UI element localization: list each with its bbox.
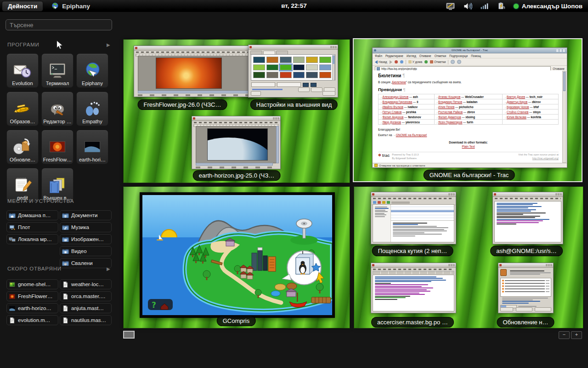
app-tile[interactable]: gedit: [6, 168, 39, 202]
menu-item[interactable]: Помощ: [471, 54, 481, 58]
reload-icon[interactable]: [400, 60, 403, 63]
wallpaper-thumb[interactable]: [280, 72, 292, 78]
app-tile[interactable]: Външен в…: [41, 168, 74, 202]
workspace-2-active[interactable]: GNOME на български! - Trac ФайлРедактира…: [353, 38, 582, 182]
translator-link[interactable]: Филип Андонов: [383, 115, 404, 119]
wallpaper-thumb[interactable]: [253, 72, 265, 78]
place-item[interactable]: Музика: [60, 222, 112, 232]
programs-expand-icon[interactable]: ▶: [107, 42, 110, 47]
translator-link[interactable]: Илия Пенев: [438, 105, 454, 109]
app-tile[interactable]: Образов…: [6, 92, 39, 126]
forward-button[interactable]: [390, 60, 392, 64]
gnome-bg-link[interactable]: GNOME на български!: [396, 133, 427, 137]
translator-link[interactable]: Красимир Чонов: [507, 105, 529, 109]
recent-item[interactable]: evolution.m…: [6, 315, 58, 325]
wallpaper-thumb[interactable]: [280, 64, 292, 71]
recent-expand-icon[interactable]: ▶: [107, 266, 110, 271]
home-button[interactable]: У дома: [408, 60, 422, 63]
translator-link[interactable]: Атанас Кошаров: [438, 95, 460, 98]
menu-item[interactable]: Изглед: [407, 54, 416, 58]
recent-item[interactable]: gnome-shel…: [6, 279, 58, 289]
go-button[interactable]: Отиване: [553, 67, 565, 70]
translator-link[interactable]: Филип Димитров: [438, 115, 461, 119]
translator-link[interactable]: Петър Славов: [383, 110, 402, 114]
recent-item[interactable]: anjuta.mast…: [60, 303, 112, 313]
wallpaper-thumb[interactable]: [293, 64, 305, 71]
wallpaper-thumb[interactable]: [306, 64, 318, 71]
zoom-in-button[interactable]: +: [571, 331, 582, 339]
bookmarks-button[interactable]: Отметки: [430, 60, 446, 63]
volume-icon[interactable]: [463, 1, 472, 11]
workspace-add-indicator[interactable]: [123, 331, 135, 339]
place-item[interactable]: Домашна п…: [6, 210, 58, 220]
menu-item[interactable]: Отметки: [435, 54, 446, 58]
wallpaper-thumb[interactable]: [266, 57, 278, 63]
network-signal-icon[interactable]: [480, 1, 489, 11]
recent-item[interactable]: FreshFlower…: [6, 291, 58, 301]
translator-link[interactable]: Ясен Праматаров: [438, 121, 462, 124]
battery-icon[interactable]: [497, 1, 506, 11]
window-gimp-earth[interactable]: [192, 116, 281, 169]
app-tile[interactable]: Обновле…: [6, 130, 39, 164]
app-tile[interactable]: earth-hori…: [76, 130, 108, 164]
recent-item[interactable]: orca.master.…: [60, 291, 112, 301]
place-item[interactable]: Свалени: [60, 258, 112, 268]
translator-link[interactable]: Димитър Киров: [507, 100, 527, 104]
app-tile[interactable]: Редактор …: [41, 92, 74, 126]
app-tile[interactable]: FreshFlow…: [41, 130, 74, 164]
translator-link[interactable]: Владимир Петков: [438, 100, 462, 104]
byuletini-link[interactable]: Бюлетини: [392, 80, 406, 84]
display-settings-icon[interactable]: [446, 1, 455, 11]
app-tile[interactable]: Evolution: [6, 53, 39, 88]
user-menu[interactable]: Александър Шопов: [514, 3, 582, 10]
translator-link[interactable]: Ростислав Райков: [438, 110, 463, 114]
recent-item[interactable]: earth-horizo…: [6, 303, 58, 313]
recent-item[interactable]: nautilus.mas…: [60, 315, 112, 325]
window-appearance[interactable]: [248, 45, 338, 98]
wallpaper-thumb[interactable]: [293, 57, 305, 63]
wallpaper-thumb[interactable]: [319, 57, 331, 63]
translator-link[interactable]: Юлия Велкова: [507, 115, 526, 119]
wallpaper-thumb[interactable]: [306, 57, 318, 63]
app-tile[interactable]: Терминал: [41, 53, 74, 88]
zoom-out-icon[interactable]: [457, 60, 461, 64]
workspace-3[interactable]: ? GCompris: [123, 186, 350, 328]
place-item[interactable]: Локална мр…: [6, 234, 58, 244]
translator-link[interactable]: Владимира Гиргинова: [383, 100, 413, 104]
zoom-in-icon[interactable]: [451, 60, 455, 64]
wallpaper-thumb[interactable]: [293, 72, 305, 78]
menu-item[interactable]: Подпрозорци: [449, 54, 468, 58]
plain-text-link[interactable]: Plain Text: [462, 145, 475, 148]
wallpaper-thumb[interactable]: [253, 64, 265, 71]
wallpaper-thumb[interactable]: [319, 72, 331, 78]
page-scrollbar[interactable]: [562, 71, 566, 163]
history-icon[interactable]: [424, 60, 428, 63]
clock[interactable]: вт, 22:57: [281, 2, 307, 9]
wallpaper-thumb[interactable]: [319, 64, 331, 71]
activities-button[interactable]: Дейности: [2, 1, 43, 12]
wallpaper-thumb[interactable]: [280, 57, 292, 63]
recent-item[interactable]: weather-loc…: [60, 279, 112, 289]
back-button[interactable]: Назад: [375, 60, 387, 64]
menu-item[interactable]: Отиване: [419, 54, 431, 58]
wallpaper-thumb[interactable]: [306, 72, 318, 78]
app-tile[interactable]: Empathy: [76, 92, 108, 126]
workspace-1[interactable]: FreshFlower.jpg-26.0 (ЧЗС… Настройки на …: [123, 39, 350, 183]
place-item[interactable]: Плот: [6, 222, 58, 232]
place-item[interactable]: Видео: [60, 246, 112, 256]
zoom-out-button[interactable]: −: [559, 331, 570, 339]
window-update-manager[interactable]: [498, 263, 554, 313]
app-menu[interactable]: Epiphany: [51, 2, 90, 11]
window-gedit-po[interactable]: [371, 263, 456, 313]
menu-item[interactable]: Редактиране: [385, 54, 403, 58]
window-gcompris[interactable]: ?: [140, 192, 335, 318]
translator-link[interactable]: Александър Шопов: [383, 95, 409, 98]
wallpaper-thumb[interactable]: [266, 72, 278, 78]
app-tile[interactable]: Epiphany: [76, 53, 108, 88]
translator-link[interactable]: Стойчо Станчев: [507, 110, 528, 114]
search-input[interactable]: [6, 19, 112, 30]
window-terminal[interactable]: [492, 192, 563, 244]
window-evolution-mail[interactable]: [371, 192, 456, 244]
place-item[interactable]: Документи: [60, 210, 112, 220]
place-item[interactable]: Изображен…: [60, 234, 112, 244]
